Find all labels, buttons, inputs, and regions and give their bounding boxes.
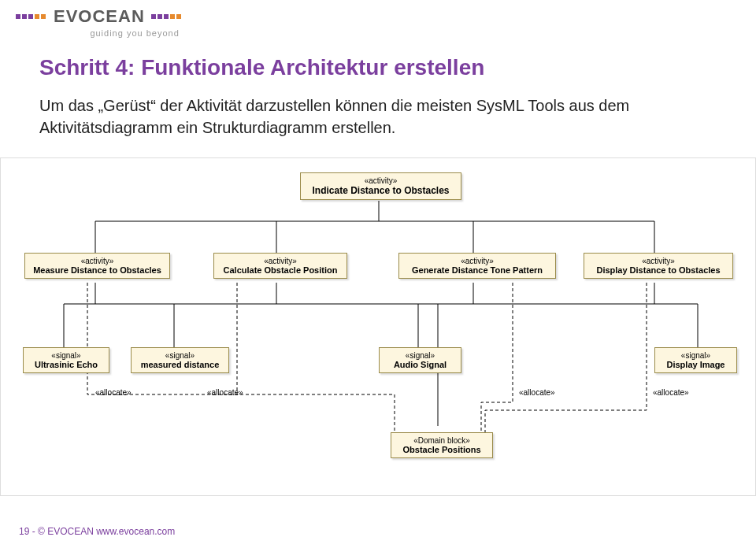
brand-tagline: guiding you beyond: [16, 28, 183, 38]
diagram-connectors: [1, 158, 756, 497]
node-name: Display Image: [660, 360, 732, 369]
node-activity-measure: «activity» Measure Distance to Obstacles: [24, 253, 170, 279]
node-name: Display Distance to Obstacles: [589, 265, 728, 275]
node-stereotype: «activity»: [306, 176, 456, 185]
node-stereotype: «signal»: [136, 351, 224, 360]
page-footer: 19 - © EVOCEAN www.evocean.com: [19, 526, 175, 537]
node-signal-ultrasinic-echo: «signal» Ultrasinic Echo: [23, 347, 109, 373]
node-signal-display-image: «signal» Display Image: [654, 347, 737, 373]
brand-wordmark: EVOCEAN: [54, 6, 145, 27]
node-name: Calculate Obstacle Position: [219, 265, 342, 275]
node-name: Measure Distance to Obstacles: [30, 265, 165, 275]
page-title: Schritt 4: Funktionale Architektur erste…: [39, 55, 484, 80]
node-stereotype: «activity»: [30, 257, 165, 265]
node-signal-measured-distance: «signal» measured distance: [131, 347, 229, 373]
node-stereotype: «signal»: [28, 351, 104, 360]
node-signal-audio: «signal» Audio Signal: [379, 347, 461, 373]
node-name: Generate Distance Tone Pattern: [404, 265, 550, 275]
page-body-text: Um das „Gerüst“ der Aktivität darzustell…: [39, 94, 669, 139]
brand-logo: EVOCEAN guiding you beyond: [16, 6, 183, 38]
node-name: Indicate Distance to Obstacles: [306, 185, 456, 196]
label-allocate-2: «allocate»: [207, 388, 243, 397]
node-activity-display: «activity» Display Distance to Obstacles: [584, 253, 733, 279]
node-name: Ultrasinic Echo: [28, 360, 104, 369]
node-name: measured distance: [136, 360, 224, 369]
node-name: Audio Signal: [384, 360, 456, 369]
node-stereotype: «activity»: [404, 257, 550, 265]
label-allocate-4: «allocate»: [653, 388, 689, 397]
label-allocate-3: «allocate»: [519, 388, 555, 397]
node-root-activity: «activity» Indicate Distance to Obstacle…: [300, 172, 461, 200]
node-name: Obstacle Positions: [396, 445, 487, 454]
node-activity-calculate: «activity» Calculate Obstacle Position: [213, 253, 347, 279]
node-stereotype: «signal»: [660, 351, 732, 360]
node-stereotype: «signal»: [384, 351, 456, 360]
node-stereotype: «Domain block»: [396, 436, 487, 445]
node-stereotype: «activity»: [589, 257, 728, 265]
node-domain-block: «Domain block» Obstacle Positions: [391, 432, 493, 458]
node-activity-tone: «activity» Generate Distance Tone Patter…: [398, 253, 556, 279]
structure-diagram: «activity» Indicate Distance to Obstacle…: [0, 157, 756, 496]
node-stereotype: «activity»: [219, 257, 342, 265]
label-allocate-1: «allocate»: [95, 388, 132, 397]
